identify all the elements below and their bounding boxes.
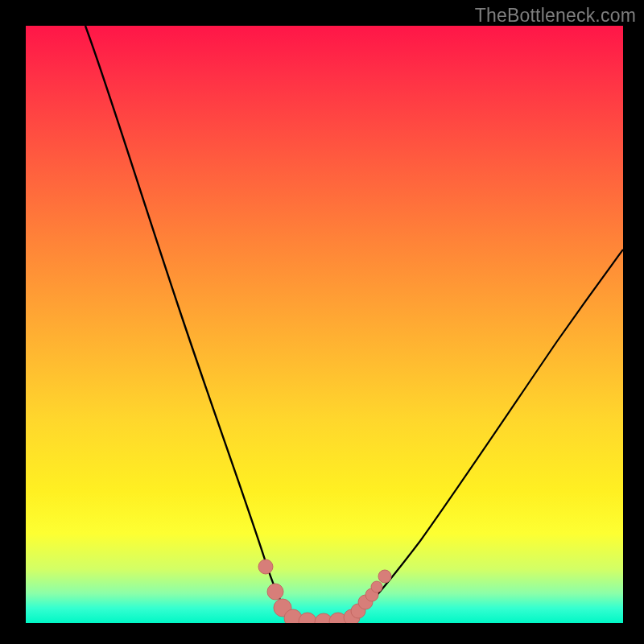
chart-frame: TheBottleneck.com xyxy=(0,0,644,644)
chart-plot-area xyxy=(26,26,623,623)
marker xyxy=(267,584,283,600)
chart-svg xyxy=(26,26,623,623)
curves-group xyxy=(85,26,623,622)
marker xyxy=(258,559,273,574)
marker xyxy=(371,581,382,592)
markers-group xyxy=(258,559,391,623)
marker xyxy=(378,570,391,583)
curve-right xyxy=(357,250,623,617)
watermark-text: TheBottleneck.com xyxy=(475,5,636,27)
curve-left xyxy=(85,26,291,619)
